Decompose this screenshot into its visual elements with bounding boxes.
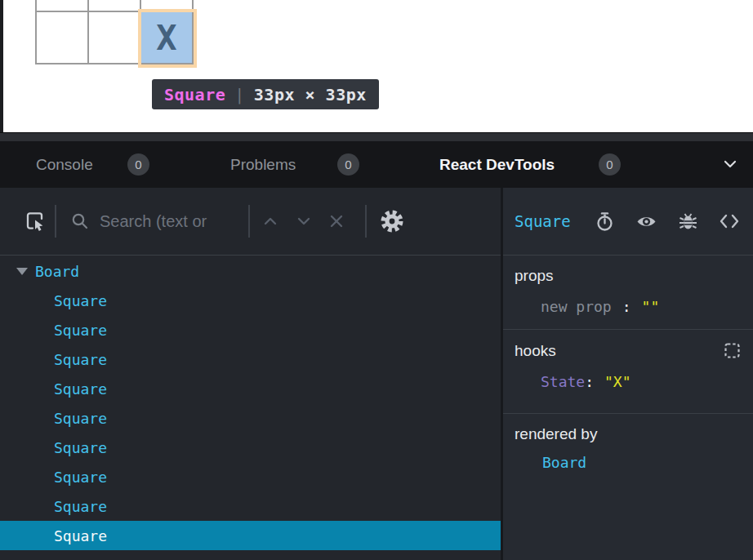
component-name: Square bbox=[54, 292, 107, 309]
debug-bug-icon[interactable] bbox=[678, 211, 698, 232]
component-name: Square bbox=[54, 469, 107, 486]
search-input[interactable]: Search (text or bbox=[100, 212, 207, 231]
props-section: props new prop : "" bbox=[503, 256, 753, 330]
hooks-heading: hooks bbox=[515, 342, 556, 360]
clear-search-icon[interactable] bbox=[327, 211, 346, 231]
prop-value[interactable]: "" bbox=[642, 298, 660, 315]
component-name: Board bbox=[35, 263, 79, 280]
colon: : bbox=[622, 298, 631, 315]
previous-result-icon[interactable] bbox=[261, 211, 280, 231]
tab-problems[interactable]: Problems bbox=[230, 141, 296, 188]
board-cell-highlighted[interactable]: X bbox=[141, 12, 194, 64]
drawer-resize-strip[interactable] bbox=[0, 132, 753, 141]
component-name: Square bbox=[54, 527, 107, 544]
tree-row-board[interactable]: Board bbox=[0, 256, 501, 286]
hook-state-value[interactable]: "X" bbox=[604, 373, 631, 390]
view-source-code-icon[interactable] bbox=[719, 211, 740, 232]
profiler-stopwatch-icon[interactable] bbox=[595, 211, 615, 232]
inspected-page: X Square | 33px × 33px bbox=[0, 0, 753, 132]
colon: : bbox=[585, 373, 594, 390]
component-tree: Board Square Square Square Square Square… bbox=[0, 256, 501, 550]
inspect-tooltip: Square | 33px × 33px bbox=[152, 79, 379, 109]
tab-react-devtools[interactable]: React DevTools bbox=[439, 141, 555, 188]
chevron-down-icon[interactable] bbox=[721, 155, 739, 173]
tooltip-component-name: Square bbox=[164, 85, 225, 104]
tic-tac-toe-board: X bbox=[35, 0, 194, 64]
board-cell[interactable] bbox=[89, 0, 141, 12]
board-cell[interactable] bbox=[89, 12, 141, 64]
inspect-element-icon[interactable] bbox=[24, 210, 47, 233]
hook-state-key: State bbox=[541, 373, 585, 390]
rendered-by-heading: rendered by bbox=[515, 425, 742, 443]
component-name: Square bbox=[54, 322, 107, 339]
toolbar-divider bbox=[55, 205, 56, 238]
board-cell[interactable] bbox=[141, 0, 194, 12]
selected-component-title: Square bbox=[515, 212, 571, 230]
components-tree-pane: Search (text or bbox=[0, 188, 501, 560]
tree-row-square[interactable]: Square bbox=[0, 433, 501, 462]
next-result-icon[interactable] bbox=[294, 211, 314, 231]
react-devtools-panel: Search (text or bbox=[0, 188, 753, 560]
tree-row-square[interactable]: Square bbox=[0, 286, 501, 315]
tooltip-separator: | bbox=[234, 85, 245, 104]
window-edge bbox=[0, 0, 3, 132]
board-cell[interactable] bbox=[37, 0, 89, 12]
search-icon bbox=[70, 211, 90, 231]
component-name: Square bbox=[54, 498, 107, 515]
tree-toolbar: Search (text or bbox=[0, 188, 501, 256]
expander-arrow-icon[interactable] bbox=[16, 268, 28, 275]
tree-row-square[interactable]: Square bbox=[0, 315, 501, 344]
inspect-dom-eye-icon[interactable] bbox=[635, 211, 657, 233]
tab-problems-badge: 0 bbox=[337, 153, 359, 176]
toolbar-divider bbox=[365, 205, 367, 238]
details-header: Square bbox=[503, 188, 753, 256]
tab-console-badge: 0 bbox=[127, 153, 149, 176]
tree-row-square-selected[interactable]: Square bbox=[0, 521, 501, 550]
component-name: Square bbox=[54, 351, 107, 368]
component-name: Square bbox=[54, 380, 107, 398]
tree-row-square[interactable]: Square bbox=[0, 374, 501, 403]
toolbar-divider bbox=[248, 205, 250, 238]
devtools-tab-bar: Console 0 Problems 0 React DevTools 0 bbox=[0, 141, 753, 188]
tree-row-square[interactable]: Square bbox=[0, 491, 501, 521]
board-cell[interactable] bbox=[37, 12, 89, 64]
tab-console[interactable]: Console bbox=[36, 141, 93, 188]
rendered-by-section: rendered by Board bbox=[503, 414, 753, 485]
tree-row-square[interactable]: Square bbox=[0, 403, 501, 433]
rendered-by-link[interactable]: Board bbox=[515, 454, 742, 471]
tab-react-devtools-badge: 0 bbox=[599, 153, 621, 176]
parse-hook-names-icon[interactable] bbox=[723, 341, 742, 360]
component-details-pane: Square bbox=[503, 188, 753, 560]
component-name: Square bbox=[54, 410, 107, 427]
tooltip-dimensions: 33px × 33px bbox=[254, 85, 367, 104]
props-heading: props bbox=[515, 267, 742, 285]
component-name: Square bbox=[54, 439, 107, 456]
tree-row-square[interactable]: Square bbox=[0, 344, 501, 374]
hooks-section: hooks State : "X" bbox=[503, 330, 753, 414]
tree-row-square[interactable]: Square bbox=[0, 462, 501, 491]
new-prop-input[interactable]: new prop bbox=[541, 298, 612, 315]
settings-gear-icon[interactable] bbox=[379, 208, 405, 234]
